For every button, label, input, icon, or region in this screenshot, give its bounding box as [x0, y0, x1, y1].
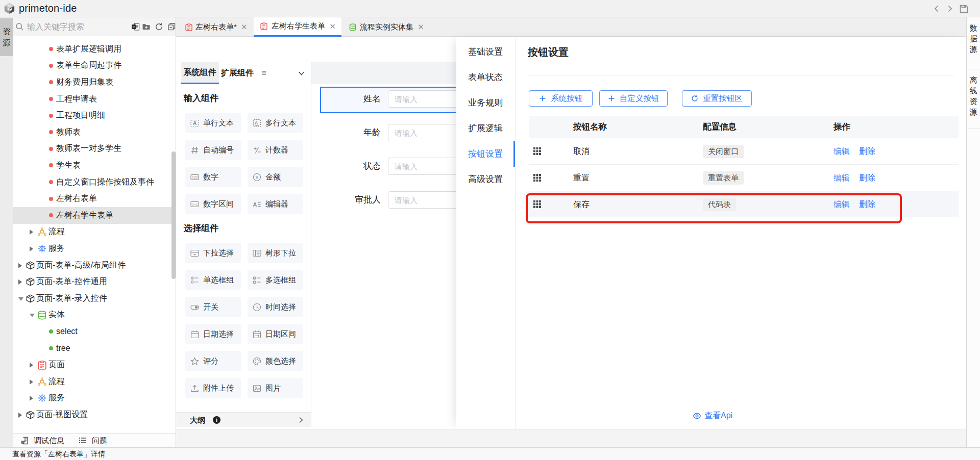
caret-right-icon[interactable] [18, 263, 22, 268]
tree-item-左树右学生表单[interactable]: 左树右学生表单 [13, 207, 176, 224]
settings-nav-表单状态[interactable]: 表单状态 [456, 65, 515, 90]
collapse-all-icon[interactable] [167, 22, 176, 31]
close-icon[interactable]: ✕ [418, 22, 424, 32]
save-icon[interactable] [959, 4, 969, 14]
chevron-right-icon[interactable] [298, 417, 304, 423]
重置按钮区-button[interactable]: 重置按钮区 [682, 90, 752, 107]
tree-item-工程项目明细[interactable]: 工程项目明细 [13, 107, 176, 124]
delete-link[interactable]: 删除 [859, 191, 875, 218]
tree-item-财务费用归集表[interactable]: 财务费用归集表 [13, 74, 176, 91]
drag-handle-icon[interactable] [533, 174, 535, 176]
tree-item-页面-视图设置[interactable]: 页面-视图设置 [13, 406, 176, 423]
tree-item-服务[interactable]: 服务 [13, 390, 176, 406]
nav-forward-icon[interactable] [945, 4, 954, 13]
delete-link[interactable]: 删除 [859, 138, 875, 165]
tree-item-表单生命周起事件[interactable]: 表单生命周起事件 [13, 58, 176, 74]
component-单选框组[interactable]: 单选框组 [185, 270, 241, 290]
tree-item-页面-表单-控件通用[interactable]: 页面-表单-控件通用 [13, 273, 176, 290]
component-时间选择[interactable]: 时间选择 [248, 297, 303, 317]
rail-tab-datasource[interactable]: 数据源 [967, 17, 980, 69]
tree-item-教师表[interactable]: 教师表 [13, 124, 176, 141]
settings-nav-高级设置[interactable]: 高级设置 [456, 167, 515, 192]
caret-right-icon[interactable] [30, 396, 33, 401]
form-field-姓名[interactable]: 姓名 [311, 86, 456, 112]
chevron-down-icon[interactable] [298, 69, 305, 77]
component-图片[interactable]: 图片 [248, 378, 303, 398]
outline-label[interactable]: 大纲 [190, 413, 205, 427]
tree-item-流程[interactable]: 流程 [13, 224, 176, 241]
系统按钮-button[interactable]: 系统按钮 [529, 90, 593, 107]
component-树形下拉[interactable]: 树形下拉 [248, 243, 303, 263]
settings-nav-扩展逻辑[interactable]: 扩展逻辑 [456, 116, 515, 141]
tree-item-tree[interactable]: tree [13, 340, 176, 357]
nav-back-icon[interactable] [932, 4, 941, 13]
rail-tab-offline-resources[interactable]: 离线资源 [967, 69, 980, 129]
new-folder-icon[interactable] [142, 22, 151, 31]
tree-item-流程[interactable]: 流程 [13, 373, 176, 390]
editor-tab-左树右学生表单[interactable]: 左树右学生表单✕ [254, 17, 341, 37]
caret-right-icon[interactable] [30, 246, 33, 251]
field-input-姓名[interactable] [388, 90, 456, 108]
field-input-状态[interactable] [388, 158, 456, 175]
drag-handle-icon[interactable] [533, 147, 535, 149]
caret-down-icon[interactable] [30, 314, 35, 317]
component-金额[interactable]: ¥金额 [248, 167, 303, 187]
search-input[interactable] [27, 20, 127, 34]
tree-item-服务[interactable]: 服务 [13, 240, 176, 257]
component-下拉选择[interactable]: 下拉选择 [185, 243, 241, 263]
caret-right-icon[interactable] [18, 413, 22, 418]
tree-scrollbar[interactable] [172, 151, 176, 279]
component-数字区间[interactable]: 1~3数字区间 [185, 194, 241, 214]
tree-item-表单扩展逻辑调用[interactable]: 表单扩展逻辑调用 [13, 41, 176, 58]
settings-nav-业务规则[interactable]: 业务规则 [456, 90, 515, 116]
自定义按钮-button[interactable]: 自定义按钮 [599, 90, 668, 107]
component-单行文本[interactable]: A单行文本 [185, 113, 241, 133]
component-编辑器[interactable]: A编辑器 [248, 194, 303, 214]
edit-link[interactable]: 编辑 [834, 165, 850, 191]
component-日期选择[interactable]: 日期选择 [185, 324, 241, 344]
caret-right-icon[interactable] [30, 229, 33, 235]
close-icon[interactable]: ✕ [241, 22, 248, 32]
tree-item-页面[interactable]: 页面 [13, 356, 176, 373]
tree-item-select[interactable]: select [13, 323, 176, 340]
editor-tab-左树右表单[interactable]: 左树右表单*✕ [176, 17, 254, 37]
view-api-link[interactable]: 查看Api [693, 411, 732, 421]
tree-item-学生表[interactable]: 学生表 [13, 157, 176, 174]
field-input-年龄[interactable] [388, 124, 456, 141]
form-field-年龄[interactable]: 年龄 [311, 119, 456, 146]
form-field-审批人[interactable]: 审批人 [311, 187, 456, 213]
component-附件上传[interactable]: 附件上传 [185, 378, 241, 398]
tree-item-实体[interactable]: 实体 [13, 307, 176, 324]
component-计数器[interactable]: 计数器 [248, 140, 303, 160]
problems-button[interactable]: 问题 [92, 434, 107, 447]
debug-info-button[interactable]: 调试信息 [34, 434, 64, 447]
component-评分[interactable]: 评分 [185, 351, 241, 371]
settings-nav-基础设置[interactable]: 基础设置 [456, 39, 515, 65]
tab-extension-components[interactable]: 扩展组件 [219, 62, 256, 84]
refresh-icon[interactable] [155, 22, 163, 31]
rail-tab-resources[interactable]: 资源 [0, 18, 13, 56]
tab-system-components[interactable]: 系统组件 [181, 62, 219, 84]
component-多行文本[interactable]: A多行文本 [248, 113, 303, 133]
tree-item-自定义窗口操作按钮及事件[interactable]: 自定义窗口操作按钮及事件 [13, 174, 176, 191]
component-颜色选择[interactable]: 颜色选择 [248, 351, 303, 371]
component-自动编号[interactable]: 自动编号 [185, 140, 241, 160]
editor-tab-流程实例实体集[interactable]: 流程实例实体集✕ [341, 17, 427, 37]
caret-right-icon[interactable] [30, 363, 33, 368]
caret-down-icon[interactable] [18, 297, 23, 301]
component-开关[interactable]: 开关 [185, 297, 241, 317]
tree-item-页面-表单-高级-布局组件[interactable]: 页面-表单-高级/布局组件 [13, 257, 176, 274]
close-icon[interactable]: ✕ [329, 22, 336, 31]
edit-link[interactable]: 编辑 [834, 138, 850, 165]
tree-item-页面-表单-录入控件[interactable]: 页面-表单-录入控件 [13, 290, 176, 307]
caret-right-icon[interactable] [30, 379, 33, 385]
delete-link[interactable]: 删除 [859, 165, 875, 191]
field-input-审批人[interactable] [388, 191, 456, 209]
tree-item-教师表一对多学生[interactable]: 教师表一对多学生 [13, 141, 176, 158]
tree-item-左树右表单[interactable]: 左树右表单 [13, 190, 176, 207]
caret-right-icon[interactable] [18, 279, 22, 285]
import-doc-icon[interactable]: in [131, 22, 140, 31]
component-多选框组[interactable]: 多选框组 [248, 270, 303, 290]
component-数字[interactable]: 123数字 [185, 167, 241, 187]
drag-handle-icon[interactable] [533, 200, 535, 202]
